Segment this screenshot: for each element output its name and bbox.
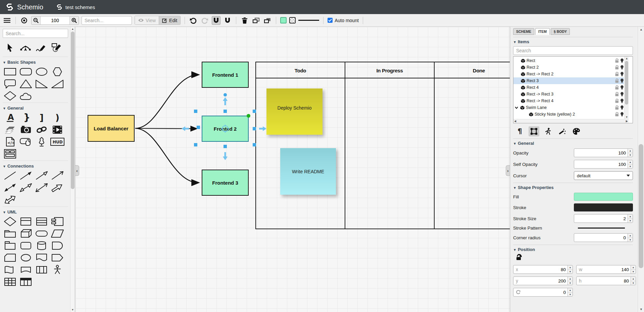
connection-double-thin-arrow[interactable] — [34, 183, 49, 192]
uml-parallelogram[interactable] — [50, 229, 65, 238]
uml-table-header[interactable] — [18, 277, 33, 287]
connection-thin-arrow[interactable] — [50, 171, 65, 180]
uml-table[interactable] — [3, 277, 17, 287]
scroll-down-icon[interactable]: ▼ — [70, 308, 75, 311]
section-header[interactable]: ▼Connections — [3, 164, 68, 169]
visibility-bulb-icon[interactable] — [620, 112, 624, 117]
rotate-handle[interactable] — [247, 114, 250, 118]
resize-handle-e[interactable] — [253, 127, 256, 130]
sticky-note-readme[interactable]: Write README — [280, 148, 336, 195]
uml-actor[interactable] — [50, 265, 65, 274]
connection-double-arrow[interactable] — [3, 183, 17, 192]
scroll-down-icon[interactable]: ▼ — [638, 308, 644, 311]
auto-mount-checkbox[interactable] — [328, 18, 333, 23]
item-row[interactable]: Rect 3 — [513, 77, 624, 84]
snap-to-grid-button[interactable] — [212, 16, 220, 25]
fill-color-picker[interactable] — [574, 193, 633, 201]
items-section-header[interactable]: ▼Items — [513, 39, 633, 44]
resize-handle-w[interactable] — [197, 126, 200, 129]
node-frontend-3[interactable]: Frontend 3 — [202, 170, 249, 196]
connection-arrow[interactable] — [18, 171, 33, 180]
app-scrollbar-thumb[interactable] — [639, 144, 643, 268]
curve-edit-tool[interactable] — [19, 41, 32, 54]
visibility-bulb-icon[interactable] — [620, 85, 624, 90]
redo-button[interactable] — [200, 16, 209, 25]
spinner[interactable]: ▲▼ — [567, 265, 573, 273]
connection-block-arrow[interactable] — [50, 183, 65, 192]
brand[interactable]: Schemio — [0, 3, 43, 11]
resize-handle-sw[interactable] — [194, 143, 197, 146]
shape-frame[interactable] — [3, 149, 17, 159]
uml-database[interactable] — [34, 241, 49, 250]
section-header[interactable]: ▼Basic Shapes — [3, 60, 68, 65]
item-row[interactable]: Swim Lane — [513, 104, 624, 111]
shape-right-triangle-2[interactable] — [50, 79, 65, 88]
tab-item[interactable]: ITEM — [535, 28, 550, 35]
visibility-bulb-icon[interactable] — [620, 99, 624, 104]
tab-shape-properties[interactable] — [529, 126, 539, 136]
corner-radius-input[interactable] — [574, 234, 628, 242]
shape-right-triangle[interactable] — [34, 79, 49, 88]
draw-tool[interactable] — [34, 41, 48, 54]
connection-double-hollow-arrow[interactable] — [18, 183, 33, 192]
shape-link[interactable] — [34, 125, 49, 134]
visibility-bulb-icon[interactable] — [620, 72, 624, 77]
send-backward-button[interactable] — [263, 16, 272, 25]
connect-point-dot[interactable] — [224, 93, 227, 97]
visibility-bulb-icon[interactable] — [620, 65, 624, 70]
lane-column-in-progress[interactable]: In Progress — [345, 62, 434, 78]
shape-text[interactable]: A — [3, 113, 17, 122]
uml-flag[interactable] — [3, 265, 17, 274]
items-search-input[interactable] — [513, 46, 633, 55]
x-input[interactable] — [518, 265, 567, 273]
lock-icon[interactable] — [615, 78, 619, 83]
item-row[interactable]: Sticky Note (yellow) 2 — [513, 111, 624, 118]
shape-layers[interactable] — [3, 125, 17, 134]
shape-rounded-rectangle[interactable] — [18, 67, 33, 76]
view-mode-button[interactable]: View — [135, 16, 159, 24]
tab-behavior[interactable] — [543, 126, 553, 136]
shape-rectangle[interactable] — [3, 67, 17, 76]
connection-line[interactable] — [3, 171, 17, 180]
uml-module[interactable] — [3, 241, 17, 250]
stroke-style-sample[interactable] — [298, 20, 319, 21]
uml-signal[interactable] — [50, 253, 65, 262]
uml-predefined-process[interactable] — [34, 265, 49, 274]
uml-stadium[interactable] — [34, 229, 49, 238]
lane-column-done[interactable]: Done — [435, 62, 510, 78]
shape-curly-bracket[interactable]: } — [18, 113, 33, 122]
scroll-left-icon[interactable]: ◀ — [514, 120, 516, 123]
shape-video[interactable] — [50, 125, 65, 134]
spinner[interactable]: ▲▼ — [628, 214, 633, 223]
lock-icon[interactable] — [615, 72, 619, 76]
shape-hud[interactable]: HUD — [50, 137, 65, 146]
section-header[interactable]: ▼UML — [3, 209, 68, 214]
items-list-hscrollbar[interactable]: ◀ ▶ — [513, 119, 629, 123]
uml-delay[interactable] — [50, 241, 65, 250]
shape-ellipse[interactable] — [34, 67, 49, 76]
shape-dummy[interactable] — [34, 137, 49, 146]
shape-button[interactable] — [18, 137, 33, 146]
cursor-select[interactable]: default — [574, 171, 633, 180]
item-row[interactable]: Rect -> Rect 2 — [513, 71, 624, 77]
transparent-color-swatch[interactable] — [289, 17, 296, 23]
uml-component[interactable] — [50, 216, 65, 226]
visibility-bulb-icon[interactable] — [620, 92, 624, 97]
diagram-canvas[interactable]: Todo In Progress Done Deploy Schemio Wri… — [76, 27, 510, 312]
self-opacity-input[interactable] — [574, 160, 628, 168]
resize-handle-s[interactable] — [224, 145, 227, 148]
spinner[interactable]: ▲▼ — [628, 234, 633, 242]
connector-lb-fronted2[interactable] — [135, 128, 196, 129]
palette-search-input[interactable] — [3, 29, 68, 38]
uml-display[interactable] — [18, 265, 33, 274]
shape-round-bracket[interactable]: ) — [50, 113, 65, 122]
node-fronted-2[interactable]: Fronted 2 — [202, 116, 249, 142]
shape-square-bracket[interactable]: ] — [34, 113, 49, 122]
spinner[interactable]: ▲▼ — [628, 160, 633, 168]
tab-text-properties[interactable]: ¶ — [514, 126, 525, 136]
lock-icon[interactable] — [615, 58, 619, 63]
uml-rounded-rect[interactable] — [18, 241, 33, 250]
tab-body[interactable]: § BODY — [551, 28, 570, 35]
resize-handle-nw[interactable] — [194, 110, 197, 113]
uml-package[interactable] — [3, 229, 17, 238]
